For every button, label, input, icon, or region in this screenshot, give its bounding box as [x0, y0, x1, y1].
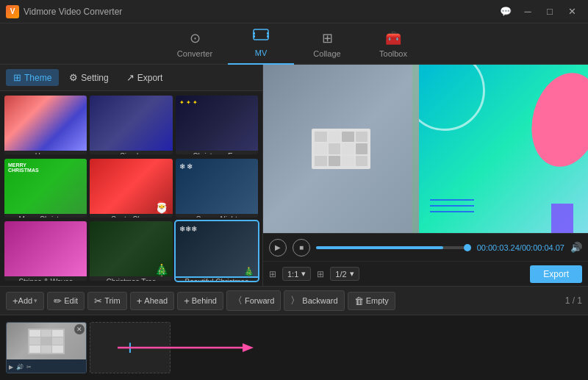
volume-icon[interactable]: 🔊 [570, 242, 582, 253]
progress-dot [464, 244, 471, 251]
title-bar-left: V Vidmore Video Converter [6, 5, 122, 18]
ahead-button[interactable]: + Ahead [130, 292, 174, 310]
title-bar-controls: 💬 ─ □ ✕ [495, 4, 582, 20]
zoom-controls: ⊞ 1:1 ▾ ⊞ 1/2 ▾ Export [263, 261, 588, 286]
right-panel: ▶ ■ 00:00:03.24/00:00:04.07 🔊 ⊞ 1:1 ▾ ⊞ … [263, 65, 588, 286]
svg-rect-3 [267, 32, 269, 35]
backward-button[interactable]: 〉 Backward [284, 290, 344, 311]
svg-rect-1 [253, 32, 255, 35]
main-layout: ⊞ Theme ⚙ Setting ↗ Export Happy Simple [0, 65, 588, 286]
svg-rect-4 [267, 35, 269, 37]
theme-grid: Happy Simple ✦ ✦ ✦ Christmas Eve MERRYCH… [0, 91, 262, 286]
app-icon: V [6, 5, 19, 18]
converter-icon: ⊙ [190, 30, 201, 46]
play-button[interactable]: ▶ [269, 239, 287, 257]
clip-close-button[interactable]: ✕ [74, 324, 85, 334]
subtab-export[interactable]: ↗ Export [119, 69, 171, 86]
left-panel: ⊞ Theme ⚙ Setting ↗ Export Happy Simple [0, 65, 263, 286]
tab-mv[interactable]: MV [228, 24, 294, 65]
maximize-button[interactable]: □ [539, 4, 560, 20]
chevron-down-icon: ▾ [301, 269, 306, 279]
subtab-setting[interactable]: ⚙ Setting [62, 69, 115, 86]
minimize-button[interactable]: ─ [517, 4, 538, 20]
svg-rect-2 [253, 35, 255, 37]
forward-arrow-icon: 〈 [233, 294, 243, 307]
stop-button[interactable]: ■ [293, 239, 310, 257]
diagonal-lines-decoration [430, 178, 474, 222]
subtab-theme[interactable]: ⊞ Theme [6, 69, 59, 86]
timeline-clip[interactable]: 00:00:04 ▶ 🔊 ✂ ✕ [6, 322, 87, 373]
sub-tabs: ⊞ Theme ⚙ Setting ↗ Export [0, 65, 262, 91]
theme-merry-christmas[interactable]: MERRYCHRISTMAS Merry Christmas [4, 159, 87, 218]
add-button[interactable]: + Add ▾ [6, 292, 44, 310]
tab-collage[interactable]: ⊞ Collage [294, 24, 360, 65]
theme-simple[interactable]: Simple [90, 96, 172, 154]
chevron-down-icon2: ▾ [350, 269, 354, 279]
tab-toolbox[interactable]: 🧰 Toolbox [360, 24, 426, 65]
progress-bar[interactable] [316, 246, 471, 249]
clip-controls: ▶ 🔊 ✂ [7, 361, 86, 373]
theme-christmas-tree[interactable]: 🎄 Christmas Tree [90, 221, 172, 280]
ahead-plus-icon: + [137, 295, 143, 306]
theme-stripes-waves[interactable]: Stripes & Waves [4, 221, 87, 280]
backward-arrow-icon: 〉 [290, 294, 300, 307]
export-arrow-icon: ↗ [126, 72, 135, 83]
chat-button[interactable]: 💬 [495, 4, 516, 20]
video-preview [263, 65, 588, 233]
pink-arrow-annotation [118, 340, 265, 358]
svg-rect-0 [254, 29, 268, 40]
zoom-label2: ⊞ [317, 269, 324, 279]
trash-icon: 🗑 [354, 295, 364, 306]
close-button[interactable]: ✕ [562, 4, 582, 20]
forward-button[interactable]: 〈 Forward [226, 290, 281, 311]
add-dropdown-arrow: ▾ [34, 297, 37, 304]
behind-button[interactable]: + Behind [177, 292, 223, 310]
zoom-label: ⊞ [269, 269, 276, 279]
theme-grid-icon: ⊞ [13, 72, 21, 83]
theme-happy[interactable]: Happy [4, 96, 87, 154]
arrow-svg [118, 340, 265, 355]
toolbox-icon: 🧰 [385, 30, 401, 46]
time-display: 00:00:03.24/00:00:04.07 [477, 243, 564, 252]
trim-button[interactable]: ✂ Trim [87, 292, 127, 310]
behind-plus-icon: + [184, 295, 190, 306]
title-bar: V Vidmore Video Converter 💬 ─ □ ✕ [0, 0, 588, 24]
progress-fill [316, 246, 443, 249]
edit-icon: ✏ [54, 295, 62, 306]
toolbar: + Add ▾ ✏ Edit ✂ Trim + Ahead + Behind 〈… [0, 286, 588, 315]
timeline: 00:00:04 ▶ 🔊 ✂ ✕ + [0, 315, 588, 380]
page-indicator: 1 / 1 [565, 295, 582, 306]
plus-icon: + [12, 295, 18, 306]
edit-button[interactable]: ✏ Edit [47, 292, 85, 310]
tab-converter[interactable]: ⊙ Converter [162, 24, 228, 65]
theme-santa-claus[interactable]: 🎅 Santa Claus [90, 159, 172, 218]
svg-marker-9 [243, 343, 254, 352]
clip-cut-icon[interactable]: ✂ [26, 364, 32, 370]
collage-icon: ⊞ [322, 30, 333, 46]
nav-tabs: ⊙ Converter MV ⊞ Collage 🧰 Toolbox [0, 24, 588, 65]
zoom-ratio1-select[interactable]: 1:1 ▾ [282, 267, 311, 281]
zoom-ratio2-select[interactable]: 1/2 ▾ [330, 267, 359, 281]
trim-scissors-icon: ✂ [94, 295, 102, 306]
theme-christmas-eve[interactable]: ✦ ✦ ✦ Christmas Eve [176, 96, 258, 154]
clip-play-icon[interactable]: ▶ [9, 364, 13, 370]
mv-icon [253, 29, 269, 46]
theme-snowy-night[interactable]: ❄ ❄ Snowy Night [176, 159, 258, 218]
export-button[interactable]: Export [530, 265, 582, 283]
empty-button[interactable]: 🗑 Empty [348, 292, 395, 310]
theme-beautiful-christmas[interactable]: ❄❄❄ 🎄 Beautiful Christmas [176, 221, 258, 280]
setting-gear-icon: ⚙ [69, 72, 78, 83]
playback-controls: ▶ ■ 00:00:03.24/00:00:04.07 🔊 [263, 233, 588, 261]
clip-audio-icon[interactable]: 🔊 [16, 364, 24, 370]
title-bar-title: Vidmore Video Converter [24, 7, 122, 17]
